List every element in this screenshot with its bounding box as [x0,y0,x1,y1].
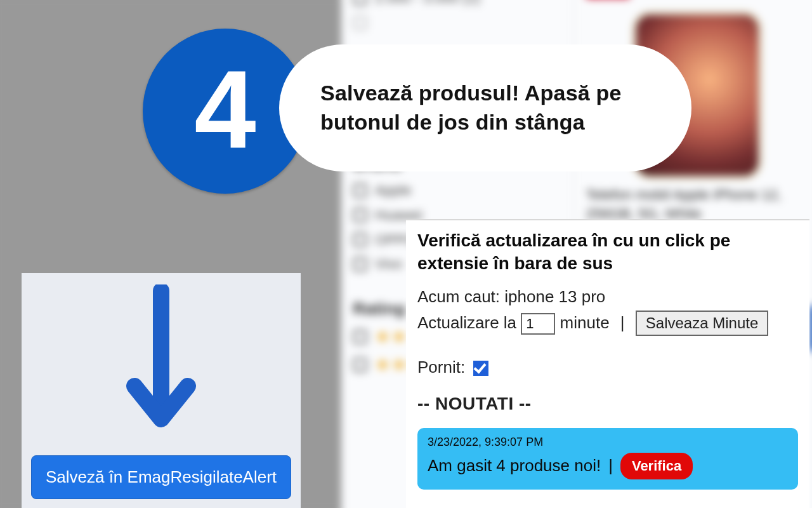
minutes-input[interactable] [521,313,555,335]
searching-label: Acum caut: [417,287,500,306]
news-alert: 3/23/2022, 9:39:07 PM Am gasit 4 produse… [417,428,798,490]
news-heading: -- NOUTATI -- [417,394,798,414]
separator: | [608,456,613,476]
enabled-row: Pornit: [417,358,798,377]
brand-row[interactable]: Apple [353,182,561,199]
searching-value: iphone 13 pro [504,287,605,306]
alert-timestamp: 3/23/2022, 9:39:07 PM [428,436,788,449]
popup-heading: Verifică actualizarea în cu un click pe … [417,229,798,276]
enabled-label: Pornit: [417,358,465,377]
filter-price-row[interactable]: 2.000 - 3.000 (2) [353,0,561,6]
filter-price-label: 2.000 - 3.000 (2) [375,0,480,6]
extension-popup: Verifică actualizarea în cu un click pe … [406,219,809,508]
instruction-text: Salvează produsul! Apasă pe butonul de j… [320,79,653,137]
product-title: Telefon mobil Apple iPhone 12, 256GB, 5G… [586,186,809,223]
verify-button[interactable]: Verifica [620,453,693,479]
save-card: Salveză în EmagResigilateAlert [22,273,301,508]
save-minutes-button[interactable]: Salveaza Minute [636,311,768,336]
checkbox-icon [353,0,367,5]
arrow-down-icon [123,284,199,434]
update-suffix: minute [560,313,610,332]
instruction-bubble: Salvează produsul! Apasă pe butonul de j… [279,44,691,171]
update-prefix: Actualizare la [417,313,516,332]
step-number: 4 [194,53,256,164]
alert-message: Am gasit 4 produse noi! [428,456,601,476]
update-row: Actualizare la minute | Salveaza Minute [417,311,798,336]
searching-row: Acum caut: iphone 13 pro [417,287,798,307]
enabled-checkbox[interactable] [473,361,488,376]
save-extension-button[interactable]: Salveză în EmagResigilateAlert [31,455,291,499]
separator: | [620,313,625,332]
